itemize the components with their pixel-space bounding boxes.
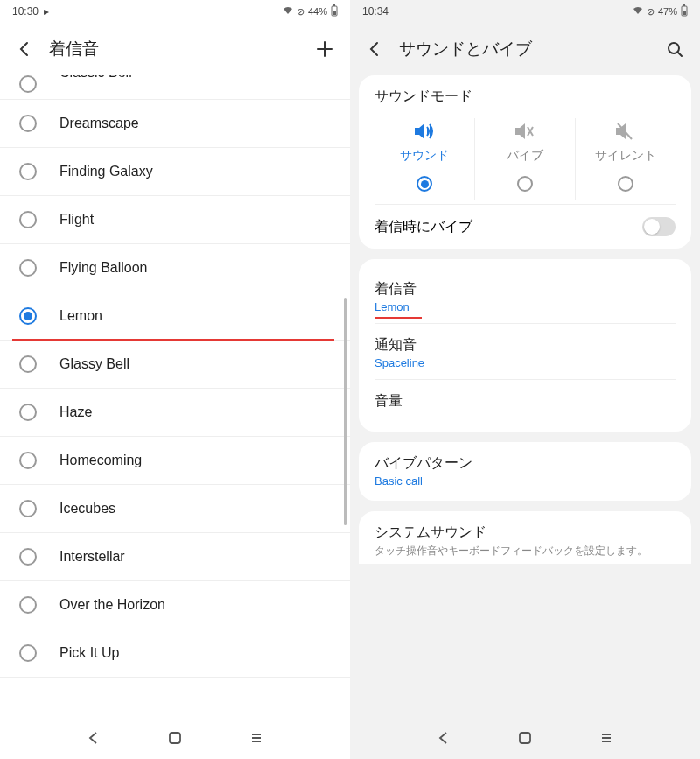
setting-label: 通知音 [374, 336, 676, 355]
radio-icon[interactable] [416, 176, 432, 192]
radio-icon[interactable] [19, 259, 37, 277]
vibrate-on-ring-row[interactable]: 着信時にバイブ [374, 204, 676, 236]
ringtone-item[interactable]: Pick It Up [0, 629, 350, 678]
ringtone-label: Classic Bell [60, 75, 132, 81]
vibrate-on-ring-label: 着信時にバイブ [374, 218, 472, 236]
highlight-underline [374, 317, 422, 319]
ringtone-item[interactable]: Homecoming [0, 437, 350, 485]
mode-label: バイブ [507, 148, 543, 164]
radio-icon[interactable] [19, 548, 37, 566]
nav-back-button[interactable] [86, 730, 102, 746]
no-sim-icon: ⊘ [647, 6, 654, 18]
radio-icon[interactable] [19, 307, 37, 325]
add-button[interactable] [315, 39, 334, 59]
ringtone-label: Over the Horizon [60, 597, 165, 613]
ringtone-item[interactable]: Finding Galaxy [0, 148, 350, 196]
ringtone-list[interactable]: Classic Bell Dreamscape Finding Galaxy F… [0, 75, 350, 717]
app-bar: サウンドとバイブ [350, 23, 700, 75]
status-bar: 10:34 ⊘ 47% [350, 0, 700, 23]
svg-rect-2 [332, 11, 336, 15]
mode-label: サイレント [595, 148, 656, 164]
speaker-icon [413, 122, 436, 141]
ringtone-item[interactable]: Flight [0, 196, 350, 244]
ringtone-label: Interstellar [60, 549, 125, 565]
svg-rect-5 [683, 4, 685, 6]
sound-mode-card: サウンドモード サウンド バイブ サイレント [359, 75, 691, 249]
radio-icon[interactable] [19, 211, 37, 228]
ringtone-label: Finding Galaxy [60, 164, 153, 179]
system-nav [350, 717, 700, 759]
ringtone-item[interactable]: Classic Bell [0, 75, 350, 100]
setting-label: システムサウンド [374, 524, 676, 542]
vibrate-icon [514, 122, 536, 141]
ringtone-item[interactable]: Icecubes [0, 485, 350, 533]
svg-rect-11 [520, 733, 530, 743]
radio-icon[interactable] [19, 500, 37, 517]
ringtone-label: Glassy Bell [60, 356, 130, 372]
nav-recents-button[interactable] [248, 730, 264, 746]
mode-label: サウンド [400, 148, 449, 164]
mode-vibrate[interactable]: バイブ [474, 118, 575, 200]
mode-silent[interactable]: サイレント [575, 118, 676, 200]
nav-home-button[interactable] [167, 730, 183, 746]
vibration-pattern-card[interactable]: バイブパターン Basic call [359, 442, 691, 501]
play-icon: ▸ [44, 5, 49, 18]
ringtone-screen: 10:30 ▸ ⊘ 44% 着信音 Classic Bell [0, 0, 350, 759]
ringtone-item[interactable]: Over the Horizon [0, 581, 350, 629]
radio-icon[interactable] [19, 163, 37, 180]
radio-icon[interactable] [19, 452, 37, 469]
back-button[interactable] [16, 40, 33, 58]
sound-settings-card: 着信音 Lemon 通知音 Spaceline 音量 [359, 259, 691, 432]
radio-icon[interactable] [517, 176, 533, 192]
battery-icon [681, 4, 688, 18]
scrollbar[interactable] [344, 298, 346, 525]
ringtone-label: Haze [60, 404, 92, 420]
nav-back-button[interactable] [436, 730, 452, 746]
setting-value: Basic call [374, 474, 423, 488]
radio-icon[interactable] [618, 176, 634, 192]
radio-icon[interactable] [19, 115, 37, 132]
battery-text: 44% [308, 6, 327, 17]
setting-label: バイブパターン [374, 454, 676, 473]
battery-icon [331, 4, 338, 18]
ringtone-item[interactable]: Dreamscape [0, 100, 350, 148]
nav-recents-button[interactable] [598, 730, 614, 746]
system-nav [0, 717, 350, 759]
radio-icon[interactable] [19, 596, 37, 614]
system-sound-card[interactable]: システムサウンド タッチ操作音やキーボードフィードバックを設定します。 [359, 511, 691, 564]
radio-icon[interactable] [19, 644, 37, 662]
ringtone-label: Icecubes [60, 501, 116, 517]
svg-point-7 [668, 43, 679, 53]
sound-settings-screen: 10:34 ⊘ 47% サウンドとバイブ サウンドモード [350, 0, 700, 759]
svg-marker-9 [515, 123, 525, 139]
ringtone-label: Homecoming [60, 453, 142, 468]
sound-mode-row: サウンド バイブ サイレント [374, 118, 676, 200]
svg-rect-3 [170, 733, 180, 743]
volume-setting[interactable]: 音量 [374, 379, 676, 419]
radio-icon[interactable] [19, 75, 37, 93]
mute-icon [614, 122, 637, 141]
radio-icon[interactable] [19, 404, 37, 421]
nav-home-button[interactable] [517, 730, 533, 746]
setting-label: 着信音 [374, 280, 676, 299]
ringtone-label: Lemon [60, 308, 102, 324]
svg-rect-1 [333, 4, 335, 6]
sound-mode-title: サウンドモード [374, 88, 676, 106]
ringtone-item[interactable]: Glassy Bell [0, 341, 350, 389]
ringtone-item[interactable]: Interstellar [0, 533, 350, 581]
wifi-icon [633, 6, 643, 17]
mode-sound[interactable]: サウンド [374, 118, 474, 200]
toggle-switch[interactable] [642, 217, 676, 236]
ringtone-setting[interactable]: 着信音 Lemon [374, 271, 676, 323]
ringtone-item[interactable]: Flying Balloon [0, 244, 350, 292]
svg-rect-6 [682, 11, 686, 15]
radio-icon[interactable] [19, 355, 37, 373]
notification-setting[interactable]: 通知音 Spaceline [374, 323, 676, 379]
svg-marker-8 [415, 123, 424, 139]
back-button[interactable] [366, 40, 383, 58]
ringtone-item-selected[interactable]: Lemon [0, 292, 350, 341]
clock: 10:30 [12, 5, 38, 18]
ringtone-item[interactable]: Haze [0, 389, 350, 437]
clock: 10:34 [362, 5, 388, 18]
search-button[interactable] [665, 39, 684, 59]
